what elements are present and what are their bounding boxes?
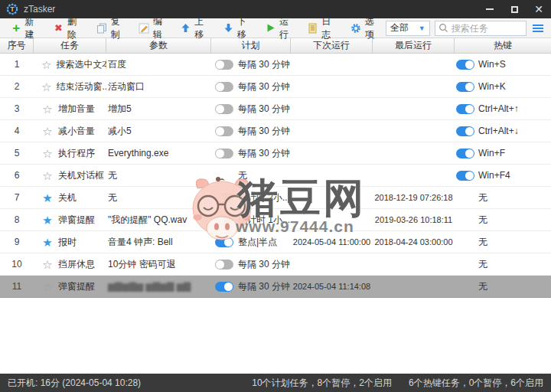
hotkey-toggle[interactable] [456, 149, 474, 158]
schedule-toggle[interactable] [215, 60, 233, 70]
plus-icon: + [11, 22, 21, 34]
delete-task-button[interactable]: ✖ 删除 [47, 20, 89, 37]
favorite-star-icon[interactable]: ☆ [41, 59, 51, 70]
search-box[interactable] [435, 21, 527, 36]
favorite-star-icon[interactable]: ☆ [41, 170, 54, 181]
hotkey-toggle[interactable] [456, 171, 474, 181]
move-up-button[interactable]: 上移 [174, 20, 216, 37]
svg-text:T: T [10, 5, 15, 13]
column-header-num[interactable]: 序号 [0, 38, 34, 53]
hotkey-task-summary: 6个热键任务，0个暂停，6个启用 [409, 377, 543, 390]
favorite-star-icon[interactable]: ★ [41, 214, 54, 226]
favorite-star-icon[interactable]: ★ [41, 192, 54, 204]
copy-icon [96, 22, 107, 34]
schedule-text: 每隔 30 分钟 [238, 58, 290, 71]
minimize-button[interactable] [478, 0, 502, 18]
schedule-toggle[interactable] [215, 104, 233, 114]
hotkey-toggle[interactable] [456, 104, 474, 114]
move-down-button[interactable]: 下移 [217, 20, 259, 37]
next-run-time [291, 142, 373, 164]
new-task-button[interactable]: + 新建 [5, 20, 47, 37]
options-label: 选项 [365, 15, 379, 41]
table-row[interactable]: 2 ☆ 结束活动窗... 活动窗口 每隔 30 分钟 Win+K [0, 76, 551, 98]
last-run-time [373, 120, 455, 142]
table-row[interactable]: 8 ★ 弹窗提醒 "我的提醒" QQ.wav 倒计时 1小... 2019-03… [0, 209, 551, 231]
filter-value: 全部 [390, 21, 409, 34]
close-icon: ✕ [534, 4, 543, 15]
schedule-toggle[interactable] [215, 282, 233, 292]
table-row[interactable]: 6 ☆ 关机对话框 无 无 Win+F4 [0, 165, 551, 187]
table-row[interactable]: 10 ☆ 挡屏休息 10分钟 密码可退 每隔 30 分钟 无 [0, 253, 551, 276]
run-task-button[interactable]: 运行 [259, 20, 301, 37]
table-row[interactable]: 7 ★ 关机 无 倒计时 2小... 2018-12-19 07:26:18 无 [0, 187, 551, 209]
last-run-time [373, 276, 455, 297]
hotkey-text: 无 [478, 214, 487, 227]
minimize-icon [486, 8, 494, 10]
list-view-icon[interactable] [533, 24, 543, 32]
hotkey-toggle[interactable] [456, 82, 474, 92]
maximize-button[interactable] [502, 0, 527, 18]
column-header-param[interactable]: 参数 [106, 38, 211, 53]
schedule-toggle[interactable] [215, 260, 233, 270]
play-icon [266, 22, 276, 34]
favorite-star-icon[interactable]: ☆ [41, 281, 54, 292]
log-icon [308, 22, 318, 34]
hotkey-toggle[interactable] [456, 60, 474, 70]
log-button[interactable]: 日志 [301, 20, 343, 37]
table-row[interactable]: 4 ☆ 减小音量 减小5 每隔 30 分钟 Ctrl+Alt+↓ [0, 120, 551, 142]
hotkey-text: Win+S [478, 59, 506, 70]
hotkey-text: Win+F [478, 148, 505, 158]
favorite-star-icon[interactable]: ☆ [41, 148, 54, 159]
search-input[interactable] [452, 23, 523, 34]
close-button[interactable]: ✕ [527, 0, 551, 18]
delete-icon: ✖ [54, 22, 63, 34]
task-param: 减小5 [106, 120, 211, 142]
column-header-next[interactable]: 下次运行 [291, 38, 373, 53]
column-header-last[interactable]: 最后运行 [373, 38, 455, 53]
favorite-star-icon[interactable]: ☆ [41, 259, 54, 270]
favorite-star-icon[interactable]: ★ [41, 237, 54, 248]
favorite-star-icon[interactable]: ☆ [41, 81, 51, 93]
schedule-toggle[interactable] [215, 237, 233, 247]
table-row[interactable]: 1 ☆ 搜索选中文本 百度 每隔 30 分钟 Win+S [0, 54, 551, 76]
task-name: 关机 [58, 191, 77, 204]
schedule-text: 每隔 30 分钟 [238, 258, 290, 271]
schedule-toggle[interactable] [215, 193, 233, 203]
schedule-text: 每隔 30 分钟 [238, 103, 290, 116]
table-row[interactable]: 5 ☆ 执行程序 Everything.exe 每隔 30 分钟 Win+F [0, 142, 551, 165]
next-run-time [291, 120, 373, 142]
table-row[interactable]: 3 ☆ 增加音量 增加5 每隔 30 分钟 Ctrl+Alt+↑ [0, 98, 551, 120]
schedule-toggle[interactable] [215, 126, 233, 136]
column-header-hotkey[interactable]: 热键 [455, 38, 551, 53]
task-name: 弹窗提醒 [58, 280, 95, 293]
title-bar: T zTasker ✕ [0, 0, 551, 18]
row-number: 5 [0, 142, 34, 164]
last-run-time [373, 98, 455, 119]
task-table-body: 1 ☆ 搜索选中文本 百度 每隔 30 分钟 Win+S 2 ☆ 结束活动窗..… [0, 54, 551, 298]
favorite-star-icon[interactable]: ☆ [41, 103, 54, 115]
filter-dropdown[interactable]: 全部 ▼ [386, 21, 430, 36]
task-param: 无 [106, 165, 211, 186]
hotkey-text: 无 [478, 236, 487, 249]
row-number: 9 [0, 231, 34, 253]
hotkey-toggle[interactable] [456, 126, 474, 136]
hotkey-text: 无 [478, 258, 487, 271]
column-header-plan[interactable]: 计划 [211, 38, 291, 53]
schedule-toggle[interactable] [215, 149, 233, 158]
task-param: ▆▇▆▇▆ ▆▇▆▇ ▆▇ [106, 276, 211, 297]
schedule-toggle[interactable] [215, 82, 233, 92]
edit-task-button[interactable]: 编辑 [132, 20, 174, 37]
table-row[interactable]: 9 ★ 报时 音量4 钟声: Bell 整点|半点 2024-05-04 11:… [0, 231, 551, 253]
table-header: 序号 任务 参数 计划 下次运行 最后运行 热键 [0, 38, 551, 54]
task-name: 报时 [58, 236, 77, 249]
column-header-task[interactable]: 任务 [34, 38, 106, 53]
hotkey-text: Ctrl+Alt+↓ [478, 126, 519, 136]
next-run-time [291, 209, 373, 230]
task-param: 音量4 钟声: Bell [106, 231, 211, 253]
schedule-toggle[interactable] [215, 215, 233, 225]
table-row[interactable]: 11 ☆ 弹窗提醒 ▆▇▆▇▆ ▆▇▆▇ ▆▇ 每隔 30 分钟 2024-05… [0, 276, 551, 298]
options-button[interactable]: 选项 [344, 20, 386, 37]
next-run-time [291, 54, 373, 75]
copy-task-button[interactable]: 复制 [90, 20, 132, 37]
favorite-star-icon[interactable]: ☆ [41, 126, 54, 137]
